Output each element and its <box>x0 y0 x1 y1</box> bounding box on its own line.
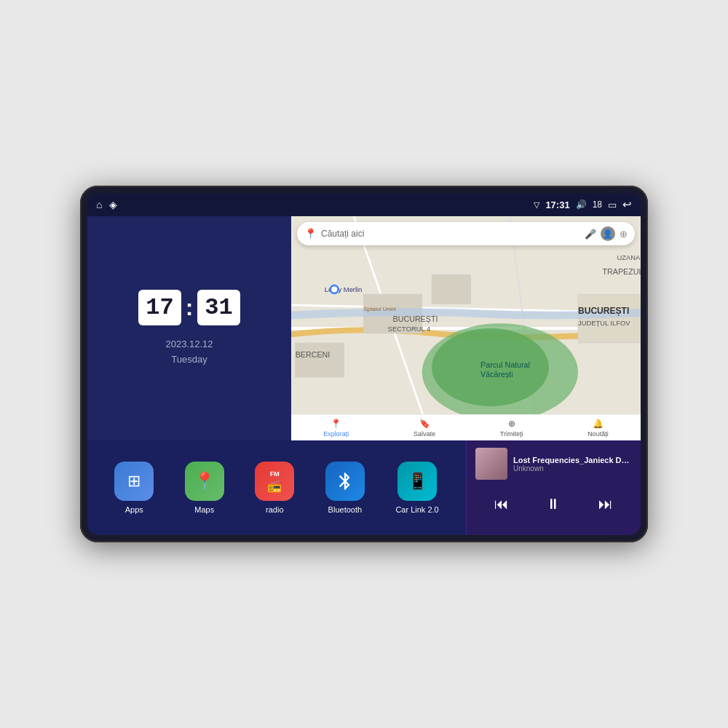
app-item-apps[interactable]: ⊞ Apps <box>114 462 154 514</box>
svg-text:SECTORUL 4: SECTORUL 4 <box>388 325 430 333</box>
map-bottom-bar: 📍 Explorați 🔖 Salvate ⊕ Trimiteți 🔔 <box>291 414 641 440</box>
clock-date: 2023.12.12 Tuesday <box>165 337 213 368</box>
radio-icon-wrapper: FM 📻 <box>255 462 294 501</box>
carlink-label: Car Link 2.0 <box>395 505 438 514</box>
bluetooth-icon-wrapper <box>325 462 365 501</box>
clock-panel: 17 : 31 2023.12.12 Tuesday <box>87 216 291 440</box>
map-search-actions: 🎤 👤 ⊕ <box>585 226 628 241</box>
app-item-radio[interactable]: FM 📻 radio <box>255 462 294 514</box>
app-item-maps[interactable]: 📍 Maps <box>185 462 224 514</box>
device-shell: ⌂ ◈ ▽ 17:31 🔊 18 ▭ ↩ 17 : 31 <box>80 186 648 542</box>
svg-text:BUCUREȘTI: BUCUREȘTI <box>393 314 438 323</box>
send-icon: ⊕ <box>508 419 515 429</box>
carlink-icon: 📱 <box>397 462 437 501</box>
explore-label: Explorați <box>323 430 349 438</box>
account-icon[interactable]: 👤 <box>601 226 615 241</box>
news-icon: 🔔 <box>593 419 604 429</box>
main-content: 17 : 31 2023.12.12 Tuesday <box>87 216 641 535</box>
play-pause-button[interactable]: ⏸ <box>540 493 566 515</box>
mic-icon[interactable]: 🎤 <box>585 229 596 240</box>
svg-text:BERCENI: BERCENI <box>296 350 331 359</box>
music-artist: Unknown <box>513 464 632 472</box>
upper-section: 17 : 31 2023.12.12 Tuesday <box>87 216 641 440</box>
app-item-bluetooth[interactable]: Bluetooth <box>325 462 365 514</box>
signal-icon: ▽ <box>534 200 539 210</box>
app-item-carlink[interactable]: 📱 Car Link 2.0 <box>395 462 438 514</box>
news-label: Noutăți <box>587 430 609 438</box>
status-left: ⌂ ◈ <box>96 199 117 210</box>
svg-text:TRAPEZULUI: TRAPEZULUI <box>602 267 641 276</box>
bottom-section: ⊞ Apps 📍 Maps FM 📻 <box>87 440 641 535</box>
album-art <box>475 448 507 480</box>
music-panel: Lost Frequencies_Janieck Devy-... Unknow… <box>466 440 641 535</box>
battery-icon: ▭ <box>608 199 617 210</box>
prev-button[interactable]: ⏮ <box>488 493 515 515</box>
svg-rect-10 <box>296 343 344 377</box>
status-time: 17:31 <box>545 199 569 210</box>
map-nav-news[interactable]: 🔔 Noutăți <box>587 419 609 438</box>
apps-label: Apps <box>125 505 143 514</box>
album-art-image <box>475 448 507 480</box>
music-text: Lost Frequencies_Janieck Devy-... Unknow… <box>513 456 632 472</box>
maps-label: Maps <box>194 505 214 514</box>
bluetooth-label: Bluetooth <box>328 505 362 514</box>
svg-text:Văcărești: Văcărești <box>480 370 513 379</box>
svg-text:BUCUREȘTI: BUCUREȘTI <box>578 306 629 316</box>
map-nav-explore[interactable]: 📍 Explorați <box>323 419 349 438</box>
home-icon[interactable]: ⌂ <box>96 199 102 210</box>
next-button[interactable]: ⏭ <box>593 493 619 515</box>
svg-rect-8 <box>432 274 471 304</box>
clock-minute: 31 <box>197 290 240 325</box>
clock-hour: 17 <box>138 290 181 325</box>
battery-level: 18 <box>593 199 602 210</box>
map-pin-icon: 📍 <box>304 228 317 240</box>
music-info: Lost Frequencies_Janieck Devy-... Unknow… <box>475 448 632 480</box>
clock-colon: : <box>186 296 194 319</box>
saved-label: Salvate <box>414 430 435 438</box>
svg-point-23 <box>331 286 337 292</box>
layers-icon[interactable]: ⊕ <box>620 229 628 240</box>
map-nav-saved[interactable]: 🔖 Salvate <box>414 419 435 438</box>
map-search-placeholder: Căutați aici <box>321 229 580 239</box>
music-title: Lost Frequencies_Janieck Devy-... <box>513 456 632 464</box>
apps-panel: ⊞ Apps 📍 Maps FM 📻 <box>87 440 466 535</box>
svg-text:Parcul Natural: Parcul Natural <box>480 360 530 369</box>
status-right: ▽ 17:31 🔊 18 ▭ ↩ <box>534 198 632 211</box>
music-controls: ⏮ ⏸ ⏭ <box>475 493 632 515</box>
status-bar: ⌂ ◈ ▽ 17:31 🔊 18 ▭ ↩ <box>87 193 641 216</box>
volume-icon: 🔊 <box>576 199 587 210</box>
send-label: Trimiteți <box>500 430 523 438</box>
map-panel[interactable]: BUCUREȘTI SECTORUL 4 BERCENI BUCUREȘTI J… <box>291 216 641 440</box>
svg-text:UZANA: UZANA <box>617 254 641 261</box>
explore-icon: 📍 <box>331 419 341 429</box>
maps-icon: 📍 <box>185 462 224 501</box>
radio-label: radio <box>266 505 283 514</box>
screen: ⌂ ◈ ▽ 17:31 🔊 18 ▭ ↩ 17 : 31 <box>87 193 641 535</box>
svg-text:Splaiul Unirii: Splaiul Unirii <box>363 306 396 312</box>
saved-icon: 🔖 <box>419 419 430 429</box>
apps-icon: ⊞ <box>114 462 154 501</box>
svg-text:JUDEȚUL ILFOV: JUDEȚUL ILFOV <box>578 320 630 327</box>
maps-status-icon[interactable]: ◈ <box>109 199 117 210</box>
map-nav-send[interactable]: ⊕ Trimiteți <box>500 419 523 438</box>
back-icon[interactable]: ↩ <box>622 198 632 211</box>
map-search-bar[interactable]: 📍 Căutați aici 🎤 👤 ⊕ <box>297 222 635 245</box>
clock-display: 17 : 31 <box>138 290 240 325</box>
